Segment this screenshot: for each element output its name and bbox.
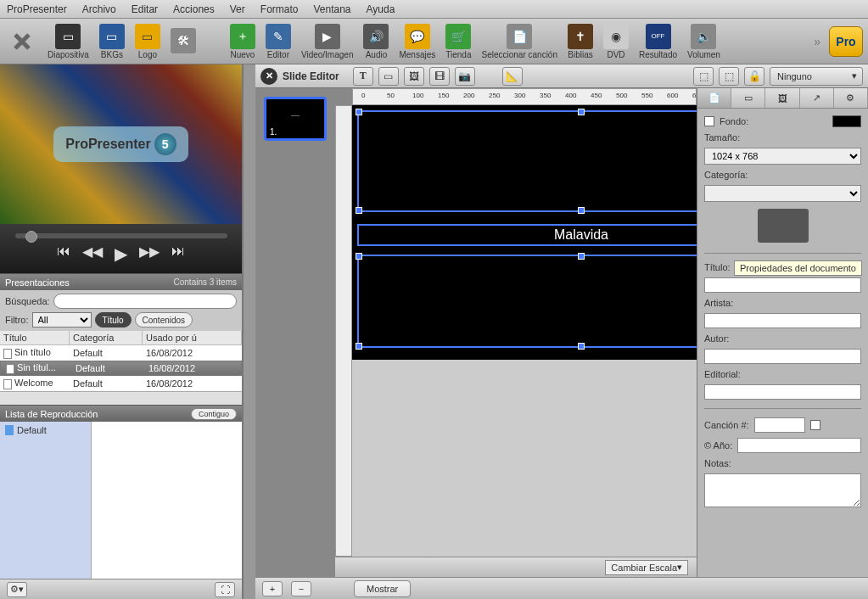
- filter-select[interactable]: All: [32, 312, 92, 327]
- fondo-color[interactable]: [832, 115, 861, 127]
- close-x-button[interactable]: [10, 30, 34, 53]
- tb-mensajes[interactable]: 💬Mensajes: [399, 24, 435, 59]
- table-header: Título Categoría Usado por ú: [0, 331, 242, 345]
- template-preview[interactable]: [758, 209, 809, 243]
- expand-button[interactable]: ⛶: [215, 582, 235, 597]
- filter-content-button[interactable]: Contenidos: [135, 312, 193, 327]
- template-dropdown[interactable]: Ninguno: [770, 67, 863, 86]
- last-icon[interactable]: ⏭: [171, 244, 185, 264]
- tb-editor[interactable]: ✎Editor: [266, 24, 291, 59]
- playlist-item[interactable]: Default: [0, 422, 91, 439]
- menu-editar[interactable]: Editar: [132, 3, 158, 15]
- text-tool-button[interactable]: T: [353, 67, 373, 86]
- playlist-item-label: Default: [17, 425, 47, 435]
- menu-ayuda[interactable]: Ayuda: [367, 3, 395, 15]
- slide-canvas[interactable]: Malavida: [352, 105, 697, 360]
- close-editor-button[interactable]: ✕: [260, 68, 277, 85]
- canvas-scroll[interactable]: Malavida: [352, 105, 697, 557]
- playlist-mode-button[interactable]: Contiguo: [191, 408, 237, 420]
- menu-bar: ProPresenter Archivo Editar Acciones Ver…: [0, 0, 868, 19]
- gear-button[interactable]: ⚙▾: [7, 582, 27, 597]
- menu-acciones[interactable]: Acciones: [173, 3, 215, 15]
- row-date: 16/08/2012: [145, 363, 239, 373]
- ano-input[interactable]: [737, 438, 861, 453]
- scrubber[interactable]: [15, 233, 227, 238]
- shape-tool-button[interactable]: ▭: [378, 67, 399, 86]
- cancion-check[interactable]: [810, 420, 820, 430]
- fondo-checkbox[interactable]: [704, 116, 714, 126]
- tb-logo[interactable]: ▭Logo: [135, 24, 160, 59]
- arrange-button[interactable]: ⬚: [719, 67, 739, 86]
- first-icon[interactable]: ⏮: [57, 244, 70, 264]
- selection-box-text[interactable]: Malavida: [357, 224, 697, 246]
- tab-build[interactable]: ↗: [800, 88, 834, 108]
- h-scrollbar[interactable]: [0, 391, 242, 405]
- video-tool-button[interactable]: 🎞: [429, 67, 450, 86]
- tb-tools[interactable]: 🛠: [171, 28, 196, 54]
- overflow-icon[interactable]: »: [814, 35, 820, 48]
- tb-resultado[interactable]: OFFResultado: [639, 24, 677, 59]
- tb-volumen[interactable]: 🔈Volumen: [687, 24, 720, 59]
- tb-tienda[interactable]: 🛒Tienda: [445, 24, 471, 59]
- live-tool-button[interactable]: 📷: [455, 67, 475, 86]
- filter-title-button[interactable]: Título: [95, 312, 132, 327]
- size-select[interactable]: 1024 x 768: [704, 148, 861, 165]
- autor-input[interactable]: [704, 349, 861, 364]
- ruler-button[interactable]: 📐: [502, 67, 523, 86]
- tb-audio[interactable]: 🔊Audio: [363, 24, 389, 59]
- tab-settings[interactable]: ⚙: [834, 88, 868, 108]
- result-icon: OFF: [646, 24, 671, 49]
- prev-icon[interactable]: ◀◀: [82, 244, 103, 264]
- col-title[interactable]: Título: [0, 331, 70, 344]
- col-used[interactable]: Usado por ú: [143, 331, 242, 344]
- editorial-label: Editorial:: [704, 369, 861, 379]
- playlist-body: Default: [0, 422, 242, 579]
- remove-slide-button[interactable]: −: [291, 581, 311, 596]
- slide-thumb[interactable]: 1.: [264, 97, 327, 141]
- play-icon[interactable]: ▶: [115, 244, 127, 264]
- tab-slide[interactable]: ▭: [731, 88, 765, 108]
- tb-diapositiva[interactable]: ▭Diapositiva: [48, 24, 89, 59]
- table-row[interactable]: WelcomeDefault16/08/2012: [0, 376, 242, 391]
- table-row[interactable]: Sin títuloDefault16/08/2012: [0, 345, 242, 361]
- table-row[interactable]: Sin títul...Default16/08/2012: [0, 361, 242, 376]
- lock-button[interactable]: 🔓: [744, 67, 764, 86]
- menu-ventana[interactable]: Ventana: [313, 3, 350, 15]
- notas-input[interactable]: [704, 473, 861, 507]
- pro-badge[interactable]: Pro: [829, 26, 863, 57]
- next-icon[interactable]: ▶▶: [139, 244, 160, 264]
- slide-text[interactable]: Malavida: [359, 227, 697, 243]
- menu-ver[interactable]: Ver: [230, 3, 245, 15]
- search-input[interactable]: [53, 294, 237, 309]
- tb-dvd[interactable]: ◉DVD: [603, 24, 629, 59]
- selection-box-top[interactable]: [357, 110, 697, 212]
- mostrar-button[interactable]: Mostrar: [354, 580, 411, 597]
- presentations-filters: Búsqueda: Filtro: All Título Contenidos: [0, 290, 242, 331]
- cancion-input[interactable]: [754, 417, 805, 433]
- scale-dropdown[interactable]: Cambiar Escala ▾: [605, 560, 688, 575]
- col-category[interactable]: Categoría: [70, 331, 143, 344]
- tb-biblias[interactable]: ✝Biblias: [568, 24, 593, 59]
- editorial-input[interactable]: [704, 384, 861, 400]
- tb-nuevo[interactable]: ＋Nuevo: [230, 24, 255, 59]
- tab-document[interactable]: 📄: [697, 88, 731, 108]
- tab-media[interactable]: 🖼: [765, 88, 799, 108]
- autor-label: Autor:: [704, 333, 861, 344]
- tb-bkgs[interactable]: ▭BKGs: [99, 24, 125, 59]
- artista-input[interactable]: [704, 313, 861, 328]
- slide-thumbnails: 1.: [255, 88, 335, 577]
- add-slide-button[interactable]: +: [262, 581, 283, 596]
- image-tool-button[interactable]: 🖼: [404, 67, 424, 86]
- tb-biblias-label: Biblias: [568, 50, 592, 59]
- titulo-input[interactable]: [704, 277, 861, 293]
- align-button[interactable]: ⬚: [693, 67, 714, 86]
- menu-propresenter[interactable]: ProPresenter: [7, 3, 67, 15]
- presentations-count: Contains 3 items: [174, 277, 237, 287]
- menu-formato[interactable]: Formato: [260, 3, 299, 15]
- artista-label: Artista:: [704, 298, 861, 308]
- menu-archivo[interactable]: Archivo: [82, 3, 116, 15]
- tb-cancion[interactable]: 📄Seleccionar canción: [481, 24, 557, 59]
- category-select[interactable]: [704, 185, 861, 202]
- tb-video[interactable]: ▶Video/Imagen: [301, 24, 354, 59]
- selection-box-bottom[interactable]: [357, 255, 697, 348]
